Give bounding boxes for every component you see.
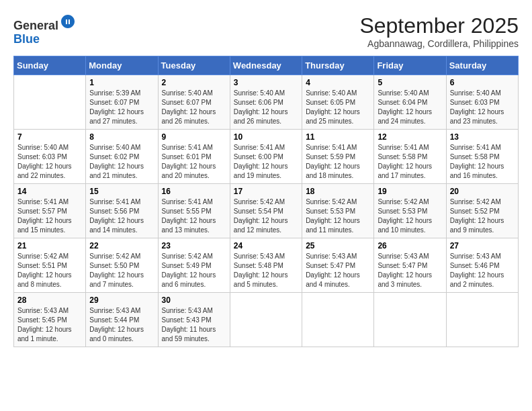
calendar-cell — [302, 293, 374, 347]
calendar-cell: 4Sunrise: 5:40 AM Sunset: 6:05 PM Daylig… — [302, 75, 374, 130]
weekday-header-tuesday: Tuesday — [158, 56, 230, 75]
day-info: Sunrise: 5:42 AM Sunset: 5:53 PM Dayligh… — [378, 197, 442, 235]
day-number: 6 — [450, 78, 515, 87]
calendar-cell: 12Sunrise: 5:41 AM Sunset: 5:58 PM Dayli… — [374, 130, 446, 184]
day-number: 24 — [234, 241, 298, 250]
calendar-cell: 9Sunrise: 5:41 AM Sunset: 6:01 PM Daylig… — [158, 130, 230, 184]
calendar-cell: 13Sunrise: 5:41 AM Sunset: 5:58 PM Dayli… — [446, 130, 518, 184]
weekday-header-wednesday: Wednesday — [230, 56, 302, 75]
day-info: Sunrise: 5:43 AM Sunset: 5:46 PM Dayligh… — [450, 252, 515, 289]
calendar-cell: 22Sunrise: 5:42 AM Sunset: 5:50 PM Dayli… — [86, 238, 158, 293]
calendar-cell: 16Sunrise: 5:41 AM Sunset: 5:55 PM Dayli… — [158, 184, 230, 238]
calendar-cell — [230, 293, 302, 347]
calendar-cell: 7Sunrise: 5:40 AM Sunset: 6:03 PM Daylig… — [14, 130, 86, 184]
calendar-cell: 21Sunrise: 5:42 AM Sunset: 5:51 PM Dayli… — [14, 238, 86, 293]
day-number: 17 — [234, 187, 298, 196]
day-number: 28 — [17, 295, 82, 305]
day-info: Sunrise: 5:40 AM Sunset: 6:05 PM Dayligh… — [306, 89, 370, 126]
day-info: Sunrise: 5:42 AM Sunset: 5:51 PM Dayligh… — [17, 252, 82, 289]
title-area: September 2025 Agbannawag, Cordillera, P… — [359, 13, 519, 49]
day-info: Sunrise: 5:41 AM Sunset: 5:56 PM Dayligh… — [89, 197, 154, 235]
calendar-table: SundayMondayTuesdayWednesdayThursdayFrid… — [13, 56, 519, 347]
logo-icon — [60, 13, 76, 30]
day-info: Sunrise: 5:42 AM Sunset: 5:52 PM Dayligh… — [450, 197, 515, 235]
day-number: 7 — [17, 132, 82, 142]
calendar-cell: 20Sunrise: 5:42 AM Sunset: 5:52 PM Dayli… — [446, 184, 518, 238]
month-title: September 2025 — [359, 13, 519, 38]
day-number: 13 — [450, 132, 515, 142]
calendar-cell — [374, 293, 446, 347]
day-number: 15 — [89, 187, 154, 196]
day-info: Sunrise: 5:43 AM Sunset: 5:44 PM Dayligh… — [89, 306, 154, 344]
calendar-week-4: 21Sunrise: 5:42 AM Sunset: 5:51 PM Dayli… — [14, 238, 519, 293]
calendar-cell: 28Sunrise: 5:43 AM Sunset: 5:45 PM Dayli… — [14, 293, 86, 347]
day-number: 27 — [450, 241, 515, 250]
day-number: 26 — [378, 241, 442, 250]
day-info: Sunrise: 5:42 AM Sunset: 5:53 PM Dayligh… — [306, 197, 370, 235]
day-info: Sunrise: 5:41 AM Sunset: 5:55 PM Dayligh… — [162, 197, 226, 235]
calendar-cell: 8Sunrise: 5:40 AM Sunset: 6:02 PM Daylig… — [86, 130, 158, 184]
calendar-cell: 23Sunrise: 5:42 AM Sunset: 5:49 PM Dayli… — [158, 238, 230, 293]
day-number: 1 — [89, 78, 154, 87]
day-info: Sunrise: 5:41 AM Sunset: 6:00 PM Dayligh… — [234, 143, 298, 181]
calendar-cell: 11Sunrise: 5:41 AM Sunset: 5:59 PM Dayli… — [302, 130, 374, 184]
day-number: 4 — [306, 78, 370, 87]
day-number: 19 — [378, 187, 442, 196]
calendar-cell: 10Sunrise: 5:41 AM Sunset: 6:00 PM Dayli… — [230, 130, 302, 184]
calendar-cell: 15Sunrise: 5:41 AM Sunset: 5:56 PM Dayli… — [86, 184, 158, 238]
day-number: 16 — [162, 187, 226, 196]
day-number: 14 — [17, 187, 82, 196]
calendar-cell — [446, 293, 518, 347]
day-info: Sunrise: 5:43 AM Sunset: 5:45 PM Dayligh… — [17, 306, 82, 344]
calendar-cell: 24Sunrise: 5:43 AM Sunset: 5:48 PM Dayli… — [230, 238, 302, 293]
day-number: 8 — [89, 132, 154, 142]
day-info: Sunrise: 5:40 AM Sunset: 6:06 PM Dayligh… — [234, 89, 298, 126]
day-info: Sunrise: 5:40 AM Sunset: 6:03 PM Dayligh… — [17, 143, 82, 181]
day-info: Sunrise: 5:40 AM Sunset: 6:03 PM Dayligh… — [450, 89, 515, 126]
calendar-body: 1Sunrise: 5:39 AM Sunset: 6:07 PM Daylig… — [14, 75, 519, 347]
calendar-cell: 17Sunrise: 5:42 AM Sunset: 5:54 PM Dayli… — [230, 184, 302, 238]
calendar-cell: 27Sunrise: 5:43 AM Sunset: 5:46 PM Dayli… — [446, 238, 518, 293]
day-info: Sunrise: 5:41 AM Sunset: 6:01 PM Dayligh… — [162, 143, 226, 181]
header: General Blue September 2025 Agbannawag, … — [13, 13, 519, 49]
weekday-header-monday: Monday — [86, 56, 158, 75]
logo-general: General — [13, 19, 58, 32]
day-info: Sunrise: 5:41 AM Sunset: 5:58 PM Dayligh… — [450, 143, 515, 181]
day-info: Sunrise: 5:43 AM Sunset: 5:47 PM Dayligh… — [306, 252, 370, 289]
calendar-cell — [14, 75, 86, 130]
calendar-cell: 5Sunrise: 5:40 AM Sunset: 6:04 PM Daylig… — [374, 75, 446, 130]
day-info: Sunrise: 5:41 AM Sunset: 5:58 PM Dayligh… — [378, 143, 442, 181]
day-number: 12 — [378, 132, 442, 142]
day-info: Sunrise: 5:41 AM Sunset: 5:59 PM Dayligh… — [306, 143, 370, 181]
day-number: 3 — [234, 78, 298, 87]
day-number: 5 — [378, 78, 442, 87]
calendar-week-2: 7Sunrise: 5:40 AM Sunset: 6:03 PM Daylig… — [14, 130, 519, 184]
day-number: 25 — [306, 241, 370, 250]
weekday-header-friday: Friday — [374, 56, 446, 75]
calendar-cell: 25Sunrise: 5:43 AM Sunset: 5:47 PM Dayli… — [302, 238, 374, 293]
weekday-header-sunday: Sunday — [14, 56, 86, 75]
day-number: 23 — [162, 241, 226, 250]
day-number: 30 — [162, 295, 226, 305]
day-number: 18 — [306, 187, 370, 196]
day-number: 20 — [450, 187, 515, 196]
day-info: Sunrise: 5:40 AM Sunset: 6:04 PM Dayligh… — [378, 89, 442, 126]
calendar-cell: 29Sunrise: 5:43 AM Sunset: 5:44 PM Dayli… — [86, 293, 158, 347]
calendar-cell: 1Sunrise: 5:39 AM Sunset: 6:07 PM Daylig… — [86, 75, 158, 130]
day-info: Sunrise: 5:43 AM Sunset: 5:48 PM Dayligh… — [234, 252, 298, 289]
day-info: Sunrise: 5:42 AM Sunset: 5:54 PM Dayligh… — [234, 197, 298, 235]
calendar-week-5: 28Sunrise: 5:43 AM Sunset: 5:45 PM Dayli… — [14, 293, 519, 347]
calendar-cell: 14Sunrise: 5:41 AM Sunset: 5:57 PM Dayli… — [14, 184, 86, 238]
calendar-week-3: 14Sunrise: 5:41 AM Sunset: 5:57 PM Dayli… — [14, 184, 519, 238]
day-number: 21 — [17, 241, 82, 250]
calendar-cell: 2Sunrise: 5:40 AM Sunset: 6:07 PM Daylig… — [158, 75, 230, 130]
calendar-cell: 18Sunrise: 5:42 AM Sunset: 5:53 PM Dayli… — [302, 184, 374, 238]
day-info: Sunrise: 5:40 AM Sunset: 6:02 PM Dayligh… — [89, 143, 154, 181]
weekday-header-thursday: Thursday — [302, 56, 374, 75]
logo-blue: Blue — [13, 32, 40, 46]
day-number: 11 — [306, 132, 370, 142]
day-info: Sunrise: 5:42 AM Sunset: 5:49 PM Dayligh… — [162, 252, 226, 289]
calendar-cell: 30Sunrise: 5:43 AM Sunset: 5:43 PM Dayli… — [158, 293, 230, 347]
day-number: 22 — [89, 241, 154, 250]
logo: General Blue — [13, 13, 76, 46]
